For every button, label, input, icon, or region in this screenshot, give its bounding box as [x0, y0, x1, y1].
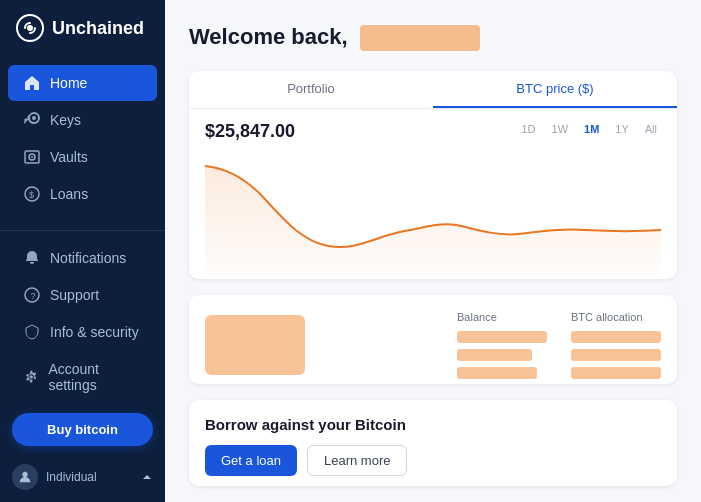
tab-portfolio[interactable]: Portfolio [189, 71, 433, 108]
btc-alloc-2-blurred [571, 349, 661, 361]
sidebar-item-info-security[interactable]: Info & security [8, 314, 157, 350]
sidebar-item-keys[interactable]: Keys [8, 102, 157, 138]
get-loan-button[interactable]: Get a loan [205, 445, 297, 476]
support-icon: ? [24, 287, 40, 303]
svg-text:$: $ [29, 190, 34, 200]
chart-period-controls: 1D 1W 1M 1Y All [517, 121, 661, 137]
period-all[interactable]: All [641, 121, 661, 137]
app-logo: Unchained [0, 0, 165, 56]
svg-point-4 [31, 156, 33, 158]
logo-icon [16, 14, 44, 42]
buy-bitcoin-button[interactable]: Buy bitcoin [12, 413, 153, 446]
welcome-header: Welcome back, [189, 24, 677, 55]
vault-icon [24, 149, 40, 165]
balance-thumbnail-blurred [205, 315, 305, 375]
tab-btc-price[interactable]: BTC price ($) [433, 71, 677, 108]
svg-point-9 [22, 472, 27, 477]
sidebar-item-vaults[interactable]: Vaults [8, 139, 157, 175]
learn-more-button[interactable]: Learn more [307, 445, 407, 476]
balance-card-inner: Balance BTC allocation [189, 295, 677, 385]
chart-dates: Aug 21, 2023 Aug 29, 2023 Sep 12, 2023 [205, 276, 661, 279]
chart-tabs: Portfolio BTC price ($) [189, 71, 677, 109]
svg-text:?: ? [31, 291, 36, 301]
shield-icon [24, 324, 40, 340]
balance-value-2-blurred [457, 349, 532, 361]
balance-card: Balance BTC allocation [189, 295, 677, 385]
avatar [12, 464, 38, 490]
sidebar-item-home[interactable]: Home [8, 65, 157, 101]
chart-price: $25,847.00 [205, 121, 295, 142]
sidebar-item-notifications[interactable]: Notifications [8, 240, 157, 276]
period-1d[interactable]: 1D [517, 121, 539, 137]
period-1w[interactable]: 1W [548, 121, 573, 137]
key-icon [24, 112, 40, 128]
chart-card: Portfolio BTC price ($) $25,847.00 1D 1W… [189, 71, 677, 279]
svg-point-1 [27, 25, 33, 31]
btc-alloc-1-blurred [571, 331, 661, 343]
chart-body: $25,847.00 1D 1W 1M 1Y All [189, 109, 677, 279]
balance-columns: Balance BTC allocation [321, 311, 661, 379]
main-content: Welcome back, Portfolio BTC price ($) $2… [165, 0, 701, 502]
main-nav: Home Keys Vaults $ Loans [0, 56, 165, 230]
home-icon [24, 75, 40, 91]
app-name: Unchained [52, 18, 144, 39]
sidebar: Unchained Home Keys Vaults $ Loans Notif… [0, 0, 165, 502]
sidebar-item-loans[interactable]: $ Loans [8, 176, 157, 212]
bell-icon [24, 250, 40, 266]
period-1y[interactable]: 1Y [611, 121, 632, 137]
balance-value-1-blurred [457, 331, 547, 343]
btc-alloc-3-blurred [571, 367, 661, 379]
sidebar-item-support[interactable]: ? Support [8, 277, 157, 313]
sidebar-user: Individual [0, 456, 165, 494]
loans-icon: $ [24, 186, 40, 202]
welcome-title: Welcome back, [189, 24, 677, 51]
balance-value-3-blurred [457, 367, 537, 379]
btc-allocation-column: BTC allocation [571, 311, 661, 379]
sidebar-bottom: Notifications ? Support Info & security … [0, 230, 165, 502]
chevron-up-icon [141, 471, 153, 483]
price-chart-svg [205, 146, 661, 276]
user-role: Individual [46, 470, 97, 484]
period-1m[interactable]: 1M [580, 121, 603, 137]
borrow-card: Borrow against your Bitcoin Get a loan L… [189, 400, 677, 486]
borrow-title: Borrow against your Bitcoin [205, 416, 661, 433]
gear-icon [24, 369, 38, 385]
borrow-actions: Get a loan Learn more [205, 445, 661, 476]
sidebar-item-account-settings[interactable]: Account settings [8, 351, 157, 403]
user-name-blurred [360, 25, 480, 51]
chart-area [205, 146, 661, 276]
balance-column: Balance [457, 311, 547, 379]
